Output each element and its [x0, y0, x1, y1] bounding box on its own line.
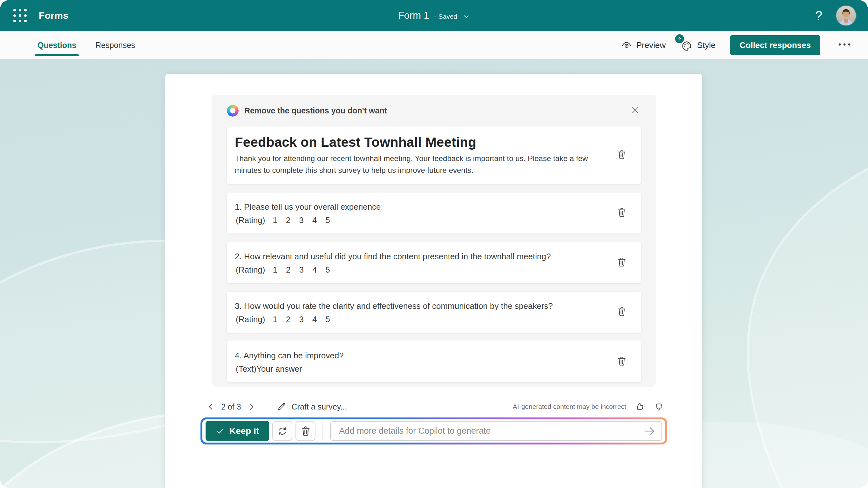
user-avatar[interactable]	[836, 6, 856, 25]
preview-button[interactable]: Preview	[621, 39, 665, 51]
app-launcher-icon[interactable]	[13, 9, 27, 22]
rating-option: 4	[312, 314, 317, 325]
thumbs-down-button[interactable]	[653, 401, 664, 413]
discard-button[interactable]	[296, 421, 315, 441]
style-label: Style	[697, 40, 715, 50]
rating-scale: 12345	[273, 215, 330, 225]
rating-option: 2	[286, 215, 290, 225]
trash-icon	[616, 149, 627, 160]
rating-option: 1	[273, 215, 277, 225]
delete-question-button[interactable]	[615, 354, 629, 369]
next-suggestion-button[interactable]	[246, 401, 257, 413]
question-type: (Rating)	[236, 265, 265, 275]
tab-responses[interactable]: Responses	[95, 39, 135, 52]
close-panel-button[interactable]	[629, 104, 641, 117]
previous-suggestion-button[interactable]	[205, 401, 217, 413]
ellipsis-icon	[837, 42, 851, 47]
rating-option: 3	[299, 314, 303, 325]
regenerate-button[interactable]	[272, 421, 292, 441]
prompt-label: Craft a survey...	[292, 402, 347, 411]
checkmark-icon	[216, 427, 225, 435]
more-options-button[interactable]	[835, 40, 854, 51]
refresh-icon	[277, 425, 288, 437]
collect-responses-button[interactable]: Collect responses	[730, 35, 820, 55]
trash-icon	[616, 257, 627, 268]
delete-question-button[interactable]	[615, 255, 629, 270]
question-text: 3. How would you rate the clarity and ef…	[235, 300, 615, 312]
tab-questions[interactable]: Questions	[37, 39, 76, 52]
thumb-down-icon	[654, 402, 664, 412]
question-text: 1. Please tell us your overall experienc…	[235, 201, 615, 213]
rating-option: 2	[286, 265, 290, 275]
send-button[interactable]	[642, 424, 657, 439]
trash-icon	[300, 425, 311, 437]
rating-scale: 12345	[273, 265, 330, 275]
forms-app-window: Forms Form 1 - Saved ? Questions	[0, 0, 868, 488]
keep-it-label: Keep it	[229, 426, 259, 436]
suggestion-nav-row: 2 of 3 Craft a survey... AI-generated co…	[205, 398, 664, 415]
thumbs-up-button[interactable]	[634, 401, 645, 413]
rating-option: 4	[312, 215, 317, 225]
rating-option: 5	[326, 215, 330, 225]
suggestion-page-label: 2 of 3	[221, 402, 241, 411]
question-type: (Rating)	[236, 215, 265, 225]
eye-icon	[621, 39, 632, 51]
divider	[322, 421, 323, 441]
rating-option: 3	[299, 215, 303, 225]
document-title-menu[interactable]: Form 1 - Saved	[398, 10, 470, 21]
preview-label: Preview	[637, 40, 665, 50]
ai-disclaimer: AI-generated content may be incorrect	[513, 403, 626, 410]
chevron-down-icon	[462, 13, 470, 20]
help-icon[interactable]: ?	[815, 9, 822, 22]
close-icon	[630, 105, 640, 115]
rating-option: 1	[273, 265, 277, 275]
pencil-icon	[277, 402, 286, 411]
copilot-prompt-input[interactable]	[330, 421, 662, 441]
delete-question-button[interactable]	[615, 205, 629, 221]
form-title-section: Feedback on Latest Townhall Meeting Than…	[227, 126, 641, 184]
prompt-history-button[interactable]: Craft a survey...	[277, 402, 347, 411]
copilot-command-bar: Keep it	[200, 418, 667, 445]
form-name: Form 1	[398, 10, 429, 21]
keep-it-button[interactable]: Keep it	[206, 421, 269, 441]
copilot-suggestion-panel: Remove the questions you don't want Feed…	[212, 95, 656, 387]
app-title: Forms	[39, 10, 68, 21]
copilot-icon	[227, 105, 239, 117]
palette-icon	[681, 40, 693, 52]
arrow-right-icon	[643, 425, 656, 437]
view-tabs: Questions Responses	[37, 39, 135, 52]
delete-section-button[interactable]	[615, 147, 629, 163]
thumb-up-icon	[634, 402, 645, 412]
question-text: 4. Anything can be improved?	[235, 350, 615, 361]
question-type: (Rating)	[236, 314, 265, 325]
rating-option: 3	[299, 265, 303, 275]
chevron-left-icon	[207, 402, 215, 411]
rating-option: 5	[326, 265, 330, 275]
question-row: 2. How relevant and useful did you find …	[227, 242, 641, 283]
text-answer-placeholder: Your answer	[256, 364, 302, 374]
trash-icon	[616, 306, 627, 317]
rating-option: 4	[312, 265, 317, 275]
delete-question-button[interactable]	[615, 304, 629, 320]
app-header: Forms Form 1 - Saved ?	[0, 0, 868, 31]
form-title: Feedback on Latest Townhall Meeting	[235, 135, 615, 150]
form-editor-card: Remove the questions you don't want Feed…	[165, 74, 702, 488]
form-description: Thank you for attending our recent townh…	[235, 152, 607, 176]
question-row: 3. How would you rate the clarity and ef…	[227, 292, 641, 333]
secondary-toolbar: Questions Responses Preview	[0, 31, 868, 59]
chevron-right-icon	[247, 402, 256, 411]
rating-option: 5	[326, 314, 330, 325]
trash-icon	[616, 356, 627, 367]
rating-option: 2	[286, 314, 290, 325]
trash-icon	[616, 207, 627, 218]
question-row: 4. Anything can be improved? (Text) Your…	[227, 341, 641, 382]
question-type: (Text)	[236, 364, 256, 374]
style-button[interactable]: Style	[680, 39, 715, 52]
rating-option: 1	[273, 314, 277, 325]
save-status: - Saved	[434, 13, 457, 20]
question-row: 1. Please tell us your overall experienc…	[227, 192, 641, 234]
copilot-panel-title: Remove the questions you don't want	[244, 106, 387, 115]
avatar-photo-icon	[836, 6, 856, 25]
rating-scale: 12345	[273, 314, 330, 325]
question-text: 2. How relevant and useful did you find …	[235, 251, 615, 262]
